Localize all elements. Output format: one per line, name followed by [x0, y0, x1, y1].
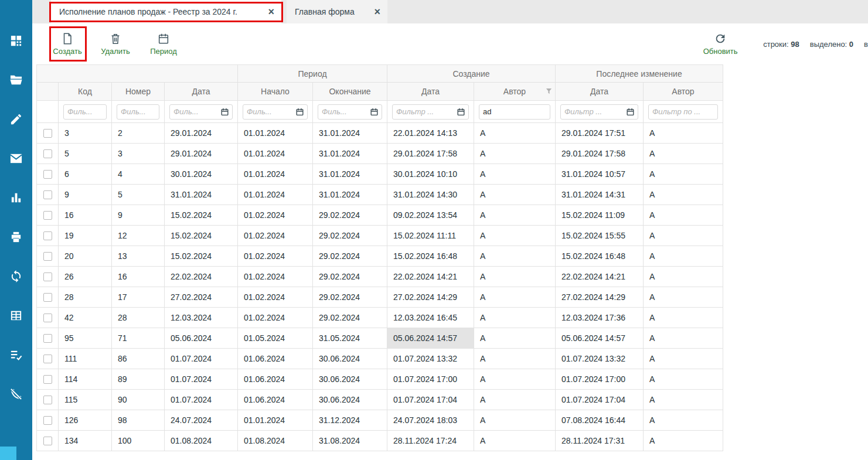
cell-period-start[interactable]: 01.01.2024 — [238, 410, 313, 431]
cell-period-start[interactable]: 01.08.2024 — [238, 431, 313, 451]
row-checkbox[interactable] — [43, 129, 52, 138]
cell-created-date[interactable]: 01.07.2024 17:04 — [387, 390, 474, 410]
cell-created-author[interactable]: A — [474, 431, 556, 451]
cell-number[interactable]: 98 — [112, 410, 165, 431]
calendar-icon[interactable] — [220, 107, 229, 116]
period-button[interactable]: Период — [145, 32, 182, 56]
cell-modified-author[interactable]: A — [644, 123, 723, 144]
cell-created-author[interactable]: A — [474, 164, 556, 185]
cell-modified-author[interactable]: A — [644, 349, 723, 369]
calendar-icon[interactable] — [370, 107, 379, 116]
cell-code[interactable]: 16 — [59, 205, 112, 226]
cell-period-start[interactable]: 01.02.2024 — [238, 205, 313, 226]
cell-period-start[interactable]: 01.01.2024 — [238, 164, 313, 185]
cell-created-author[interactable]: A — [474, 328, 556, 349]
cell-period-end[interactable]: 29.02.2024 — [313, 267, 387, 287]
cell-period-end[interactable]: 29.02.2024 — [313, 287, 387, 308]
row-checkbox[interactable] — [43, 314, 52, 322]
row-checkbox[interactable] — [43, 170, 52, 179]
tab-sales-plan-registry[interactable]: Исполнение планов продаж - Реестр за 202… — [51, 0, 281, 23]
column-header-created-date[interactable]: Дата — [387, 83, 474, 101]
cell-created-author[interactable]: A — [474, 123, 556, 144]
column-header-date[interactable]: Дата — [165, 83, 238, 101]
cell-created-date[interactable]: 30.01.2024 10:10 — [387, 164, 474, 185]
cell-modified-date[interactable]: 29.01.2024 17:58 — [556, 144, 644, 164]
cell-created-author[interactable]: A — [474, 369, 556, 390]
create-button[interactable]: Создать — [49, 32, 86, 56]
sidebar-item-registry[interactable] — [0, 296, 32, 335]
cell-modified-date[interactable]: 27.02.2024 14:29 — [556, 287, 644, 308]
cell-date[interactable]: 27.02.2024 — [165, 287, 238, 308]
cell-period-end[interactable]: 30.06.2024 — [313, 369, 387, 390]
close-icon[interactable]: × — [374, 6, 380, 17]
cell-number[interactable]: 9 — [112, 205, 165, 226]
calendar-icon[interactable] — [626, 107, 635, 116]
row-checkbox[interactable] — [43, 293, 52, 302]
cell-modified-author[interactable]: A — [644, 164, 723, 185]
cell-modified-author[interactable]: A — [644, 369, 723, 390]
cell-period-start[interactable]: 01.02.2024 — [238, 226, 313, 246]
cell-modified-author[interactable]: A — [644, 390, 723, 410]
cell-created-author[interactable]: A — [474, 144, 556, 164]
cell-date[interactable]: 01.07.2024 — [165, 390, 238, 410]
column-header-code[interactable]: Код — [59, 83, 112, 101]
sidebar-item-reports[interactable] — [0, 178, 32, 217]
cell-created-date[interactable]: 09.02.2024 13:54 — [387, 205, 474, 226]
cell-created-date[interactable]: 01.07.2024 13:32 — [387, 349, 474, 369]
cell-modified-date[interactable]: 31.01.2024 14:31 — [556, 185, 644, 205]
cell-created-date[interactable]: 22.01.2024 14:13 — [387, 123, 474, 144]
cell-created-date[interactable]: 15.02.2024 16:48 — [387, 246, 474, 267]
cell-created-author[interactable]: A — [474, 287, 556, 308]
cell-created-author[interactable]: A — [474, 246, 556, 267]
cell-modified-date[interactable]: 07.08.2024 16:44 — [556, 410, 644, 431]
cell-period-start[interactable]: 01.06.2024 — [238, 369, 313, 390]
cell-modified-author[interactable]: A — [644, 328, 723, 349]
column-header-period-end[interactable]: Окончание — [313, 83, 387, 101]
row-checkbox[interactable] — [43, 396, 52, 404]
cell-modified-author[interactable]: A — [644, 287, 723, 308]
cell-modified-date[interactable]: 15.02.2024 15:55 — [556, 226, 644, 246]
cell-period-end[interactable]: 31.12.2024 — [313, 410, 387, 431]
calendar-icon[interactable] — [295, 107, 304, 116]
cell-code[interactable]: 26 — [59, 267, 112, 287]
column-header-period-start[interactable]: Начало — [238, 83, 313, 101]
cell-created-author[interactable]: A — [474, 410, 556, 431]
row-checkbox[interactable] — [43, 437, 52, 445]
cell-date[interactable]: 31.01.2024 — [165, 185, 238, 205]
cell-number[interactable]: 13 — [112, 246, 165, 267]
cell-created-date[interactable]: 24.07.2024 18:03 — [387, 410, 474, 431]
tab-main-form[interactable]: Главная форма × — [287, 0, 387, 23]
cell-modified-author[interactable]: A — [644, 410, 723, 431]
row-checkbox[interactable] — [43, 211, 52, 220]
cell-modified-author[interactable]: A — [644, 185, 723, 205]
refresh-button[interactable]: Обновить — [702, 32, 738, 56]
cell-modified-date[interactable]: 29.01.2024 17:51 — [556, 123, 644, 144]
cell-date[interactable]: 30.01.2024 — [165, 164, 238, 185]
cell-code[interactable]: 20 — [59, 246, 112, 267]
sidebar-item-tasks[interactable] — [0, 335, 32, 374]
cell-created-date[interactable]: 22.02.2024 14:21 — [387, 267, 474, 287]
cell-period-start[interactable]: 01.01.2024 — [238, 144, 313, 164]
cell-period-start[interactable]: 01.06.2024 — [238, 390, 313, 410]
cell-created-date[interactable]: 05.06.2024 14:57 — [387, 328, 474, 349]
row-checkbox[interactable] — [43, 231, 52, 240]
cell-period-end[interactable]: 31.01.2024 — [313, 185, 387, 205]
cell-date[interactable]: 12.03.2024 — [165, 308, 238, 328]
cell-date[interactable]: 01.07.2024 — [165, 369, 238, 390]
cell-number[interactable]: 4 — [112, 164, 165, 185]
column-header-number[interactable]: Номер — [112, 83, 165, 101]
cell-number[interactable]: 90 — [112, 390, 165, 410]
cell-date[interactable]: 24.07.2024 — [165, 410, 238, 431]
cell-date[interactable]: 29.01.2024 — [165, 123, 238, 144]
cell-number[interactable]: 86 — [112, 349, 165, 369]
cell-period-start[interactable]: 01.01.2024 — [238, 123, 313, 144]
cell-code[interactable]: 28 — [59, 287, 112, 308]
cell-code[interactable]: 115 — [59, 390, 112, 410]
cell-created-author[interactable]: A — [474, 226, 556, 246]
cell-date[interactable]: 01.08.2024 — [165, 431, 238, 451]
row-checkbox[interactable] — [43, 355, 52, 363]
cell-code[interactable]: 3 — [59, 123, 112, 144]
cell-period-end[interactable]: 29.02.2024 — [313, 308, 387, 328]
cell-modified-author[interactable]: A — [644, 226, 723, 246]
close-icon[interactable]: × — [268, 6, 274, 17]
